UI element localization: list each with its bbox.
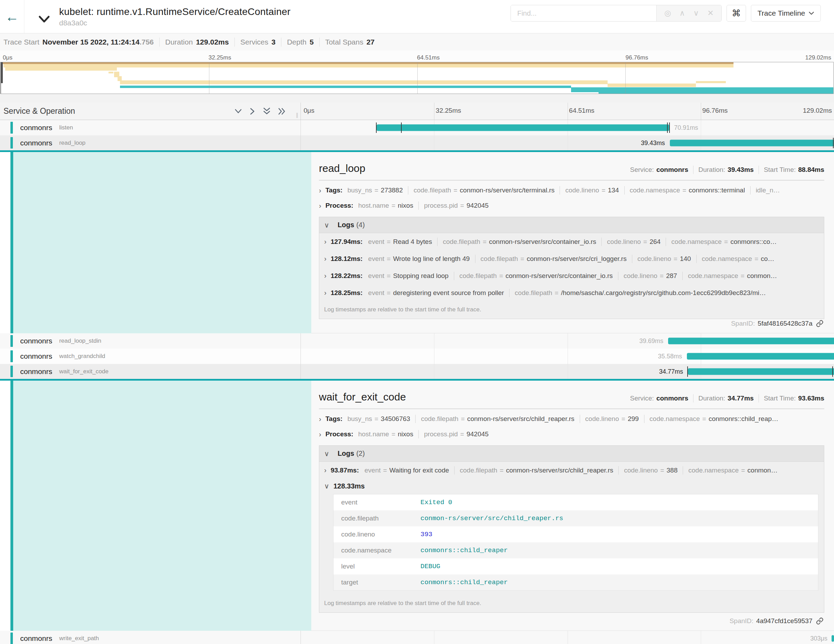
find-input[interactable] xyxy=(511,5,656,21)
divider xyxy=(159,37,160,47)
span-name-cell[interactable]: conmonrs listen xyxy=(0,120,301,135)
minimap-span-bar xyxy=(3,64,734,68)
span-service: conmonrs xyxy=(20,352,52,361)
equals-sign: = xyxy=(383,466,387,474)
process-row[interactable]: › Process: host.name=nixos process.pid=9… xyxy=(319,198,824,213)
equals-sign: = xyxy=(461,415,465,423)
equals-sign: = xyxy=(460,202,464,209)
log-entry[interactable]: › 128.25ms: event=deregistering event so… xyxy=(324,284,824,301)
field-key: target xyxy=(333,579,420,586)
expand-all-button[interactable] xyxy=(278,107,286,115)
span-duration-bar[interactable] xyxy=(668,338,834,345)
trace-collapse-toggle[interactable] xyxy=(38,15,50,23)
span-timeline-cell[interactable]: 39.43ms xyxy=(301,135,834,150)
log-entry[interactable]: › 128.12ms: event=Wrote log line of leng… xyxy=(324,250,824,267)
service-operation-title: Service & Operation xyxy=(3,107,75,116)
chevron-right-icon: › xyxy=(324,466,326,474)
equals-sign: = xyxy=(741,466,745,474)
span-timeline-cell[interactable]: 34.77ms xyxy=(301,364,834,379)
log-timestamp: 128.25ms: xyxy=(331,289,363,297)
tag-key: busy_ns xyxy=(348,415,372,423)
chevron-down-icon xyxy=(38,15,50,23)
meta-value: 93.63ms xyxy=(798,395,824,402)
divider xyxy=(234,37,235,47)
divider xyxy=(408,186,408,194)
log-key: code.namespace xyxy=(702,255,752,263)
tags-label: Tags: xyxy=(325,186,343,194)
expanded-log-header[interactable]: ∨ 128.33ms xyxy=(324,479,824,494)
prev-match-icon[interactable]: ∧ xyxy=(675,9,689,18)
minimap-scrubber-handle[interactable] xyxy=(1,62,3,83)
span-detail-indent[interactable] xyxy=(10,380,311,631)
match-target-icon[interactable]: ◎ xyxy=(660,9,675,18)
divider xyxy=(758,394,759,403)
meta-label: Service: xyxy=(630,166,654,174)
log-marker xyxy=(669,123,670,133)
tag-value: 134 xyxy=(608,186,619,194)
span-row-wait-for-exit-code[interactable]: conmonrs wait_for_exit_code 34.77ms xyxy=(0,364,834,380)
trace-minimap[interactable] xyxy=(0,62,834,94)
stat-label: Total Spans xyxy=(325,38,364,46)
span-duration-bar[interactable] xyxy=(687,353,834,360)
span-row-read-loop[interactable]: conmonrs read_loop 39.43ms xyxy=(0,135,834,152)
span-timeline-cell[interactable]: 70.91ms xyxy=(301,120,834,135)
chevron-right-icon: › xyxy=(319,415,322,423)
back-button[interactable]: ← xyxy=(0,0,24,33)
meta-value: 39.43ms xyxy=(727,166,754,174)
collapse-one-button[interactable] xyxy=(234,108,242,114)
divider xyxy=(415,415,415,423)
span-duration-bar[interactable] xyxy=(670,139,834,146)
equals-sign: = xyxy=(387,272,391,280)
span-timeline-cell[interactable]: 303μs xyxy=(301,631,834,644)
view-dropdown-button[interactable]: Trace Timeline xyxy=(751,5,821,21)
span-row-write-exit-path[interactable]: conmonrs write_exit_path 303μs xyxy=(0,631,834,644)
equals-sign: = xyxy=(602,186,606,194)
log-entry[interactable]: › 93.87ms: event=Waiting for exit code c… xyxy=(324,462,824,479)
tags-row[interactable]: › Tags: busy_ns=34506763 code.filepath=c… xyxy=(319,411,824,427)
logs-count: (2) xyxy=(356,450,364,458)
span-duration-bar[interactable] xyxy=(832,635,834,642)
logs-header[interactable]: ∨ Logs (4) xyxy=(319,217,824,233)
next-match-icon[interactable]: ∨ xyxy=(689,9,703,18)
span-detail-indent[interactable] xyxy=(10,152,311,333)
keyboard-shortcuts-button[interactable]: ⌘ xyxy=(727,5,746,21)
collapse-all-button[interactable] xyxy=(263,107,271,115)
span-duration-bar[interactable] xyxy=(688,368,834,375)
detail-span-title: read_loop xyxy=(319,162,365,174)
stat-label: Depth xyxy=(287,38,306,46)
log-value: 140 xyxy=(680,255,691,263)
log-marker xyxy=(667,123,668,133)
span-duration-bar[interactable] xyxy=(377,125,669,131)
process-value: 942045 xyxy=(466,430,488,438)
column-resize-handle[interactable]: ∥ xyxy=(296,112,299,118)
span-name-cell[interactable]: conmonrs read_loop_stdin xyxy=(0,333,301,349)
span-name-cell[interactable]: conmonrs read_loop xyxy=(0,135,301,150)
span-timeline-cell[interactable]: 35.58ms xyxy=(301,349,834,364)
tag-key: code.filepath xyxy=(414,186,451,194)
meta-label: Start Time: xyxy=(764,166,796,174)
log-entry[interactable]: › 128.22ms: event=Stopping read loop cod… xyxy=(324,267,824,284)
process-row[interactable]: › Process: host.name=nixos process.pid=9… xyxy=(319,427,824,442)
span-row-listen[interactable]: conmonrs listen 70.91ms xyxy=(0,120,834,135)
expand-one-button[interactable] xyxy=(250,107,255,115)
span-name-cell[interactable]: conmonrs wait_for_exit_code xyxy=(0,364,301,379)
log-entry[interactable]: › 127.94ms: event=Read 4 bytes code.file… xyxy=(324,233,824,250)
tags-row[interactable]: › Tags: busy_ns=273882 code.filepath=con… xyxy=(319,183,824,198)
span-timeline-cell[interactable]: 39.69ms xyxy=(301,333,834,349)
chevron-right-icon: › xyxy=(324,272,326,280)
log-value: conmonrs::co… xyxy=(731,238,777,246)
logs-count: (4) xyxy=(356,221,364,229)
equals-sign: = xyxy=(660,466,664,474)
stat-value: November 15 2022, 11:24:14 xyxy=(42,38,139,46)
span-name-cell[interactable]: conmonrs watch_grandchild xyxy=(0,349,301,364)
span-row-watch-grandchild[interactable]: conmonrs watch_grandchild 35.58ms xyxy=(0,349,834,364)
field-value: 393 xyxy=(420,531,432,538)
clear-find-icon[interactable]: ✕ xyxy=(703,9,718,18)
link-icon[interactable] xyxy=(816,617,824,625)
span-row-read-loop-stdin[interactable]: conmonrs read_loop_stdin 39.69ms xyxy=(0,333,834,349)
span-name-cell[interactable]: conmonrs write_exit_path xyxy=(0,631,301,644)
logs-header[interactable]: ∨ Logs (2) xyxy=(319,446,824,462)
link-icon[interactable] xyxy=(816,320,824,327)
minimap-span-bar xyxy=(598,92,833,94)
table-row: level DEBUG xyxy=(333,558,818,574)
